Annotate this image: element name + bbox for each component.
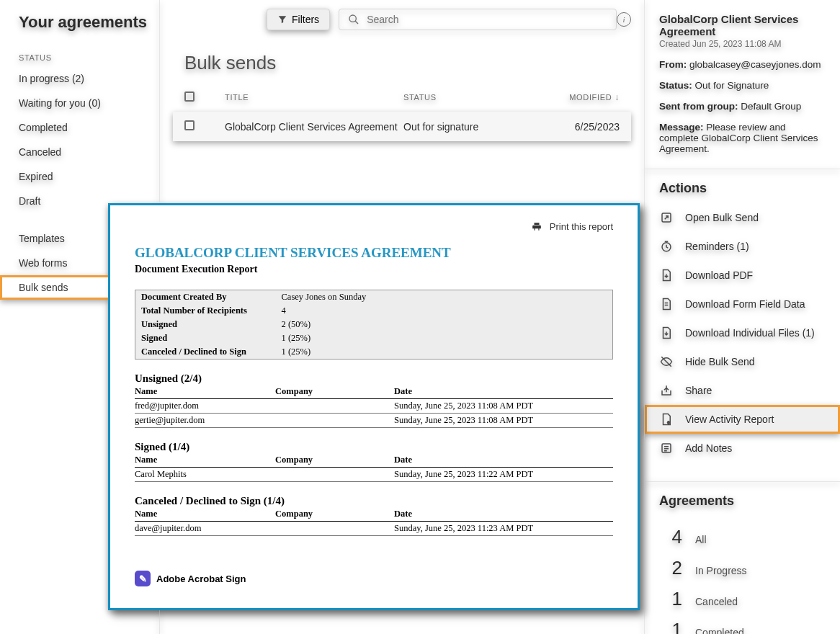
- search-icon: [348, 14, 359, 25]
- canceled-table: NameCompanyDate dave@jupiter.domSunday, …: [135, 507, 613, 536]
- action-reminders[interactable]: Reminders (1): [645, 232, 840, 261]
- open-icon: [659, 210, 674, 225]
- toolbar: Filters i: [173, 9, 631, 30]
- counter-in-progress[interactable]: 2In Progress: [659, 553, 826, 584]
- search-input[interactable]: [367, 14, 607, 25]
- hide-icon: [659, 354, 674, 369]
- clock-icon: [659, 239, 674, 254]
- rail-created: Created Jun 25, 2023 11:08 AM: [659, 39, 826, 49]
- action-add-notes[interactable]: Add Notes: [645, 434, 840, 463]
- filters-button[interactable]: Filters: [267, 9, 330, 30]
- report-meta-table: Document Created ByCasey Jones on Sunday…: [135, 290, 613, 360]
- agreements-heading: Agreements: [659, 494, 826, 509]
- report-title: GLOBALCORP CLIENT SERVICES AGREEMENT: [135, 245, 613, 261]
- bulk-sends-heading: Bulk sends: [184, 52, 631, 74]
- rail-status: Status: Out for Signature: [659, 80, 826, 91]
- rail-message: Message: Please review and complete Glob…: [659, 122, 826, 154]
- print-icon[interactable]: [531, 222, 542, 232]
- action-hide-bulk-send[interactable]: Hide Bulk Send: [645, 347, 840, 376]
- action-share[interactable]: Share: [645, 376, 840, 405]
- unsigned-heading: Unsigned (2/4): [135, 372, 613, 385]
- action-download-pdf[interactable]: Download PDF: [645, 261, 840, 290]
- rail-from: From: globalcasey@caseyjones.dom: [659, 59, 826, 70]
- info-icon[interactable]: i: [617, 12, 631, 27]
- nav-expired[interactable]: Expired: [0, 164, 159, 189]
- details-rail: GlobalCorp Client Services Agreement Cre…: [644, 0, 840, 634]
- action-download-form-data[interactable]: Download Form Field Data: [645, 290, 840, 318]
- nav-completed[interactable]: Completed: [0, 115, 159, 140]
- svg-line-1: [355, 21, 358, 24]
- actions-heading: Actions: [659, 181, 826, 196]
- action-download-individual[interactable]: Download Individual Files (1): [645, 318, 840, 347]
- sort-desc-icon: ↓: [615, 92, 620, 102]
- canceled-heading: Canceled / Declined to Sign (1/4): [135, 495, 613, 507]
- action-view-activity-report[interactable]: i View Activity Report: [645, 405, 840, 434]
- row-modified: 6/25/2023: [540, 121, 620, 133]
- table-row[interactable]: GlobalCorp Client Services Agreement Out…: [173, 112, 631, 141]
- col-modified[interactable]: MODIFIED↓: [540, 92, 620, 102]
- status-label: STATUS: [0, 49, 159, 66]
- download-files-icon: [659, 326, 674, 340]
- select-all-checkbox[interactable]: [184, 91, 195, 102]
- share-icon: [659, 383, 674, 398]
- bulk-sends-table: TITLE STATUS MODIFIED↓ GlobalCorp Client…: [173, 83, 631, 141]
- signed-table: NameCompanyDate Carol MephitsSunday, Jun…: [135, 453, 613, 482]
- download-form-icon: [659, 297, 674, 311]
- row-title: GlobalCorp Client Services Agreement: [225, 121, 403, 133]
- row-checkbox[interactable]: [184, 120, 195, 130]
- rail-title: GlobalCorp Client Services Agreement: [659, 13, 826, 37]
- row-status: Out for signature: [403, 121, 540, 133]
- download-pdf-icon: [659, 268, 674, 282]
- unsigned-table: NameCompanyDate fred@jupiter.domSunday, …: [135, 385, 613, 428]
- col-title[interactable]: TITLE: [225, 93, 403, 102]
- signed-heading: Signed (1/4): [135, 441, 613, 453]
- filters-label: Filters: [292, 14, 319, 25]
- nav-waiting[interactable]: Waiting for you (0): [0, 91, 159, 115]
- svg-point-0: [349, 15, 356, 22]
- counter-canceled[interactable]: 1Canceled: [659, 584, 826, 615]
- rail-group: Sent from group: Default Group: [659, 101, 826, 112]
- notes-icon: [659, 441, 674, 455]
- counter-completed[interactable]: 1Completed: [659, 615, 826, 634]
- activity-report-modal: Print this report GLOBALCORP CLIENT SERV…: [108, 203, 640, 610]
- search-box[interactable]: [339, 9, 617, 30]
- page-title: Your agreements: [0, 13, 159, 49]
- counter-all[interactable]: 4All: [659, 522, 826, 553]
- action-open-bulk-send[interactable]: Open Bulk Send: [645, 203, 840, 232]
- nav-in-progress[interactable]: In progress (2): [0, 66, 159, 91]
- nav-canceled[interactable]: Canceled: [0, 140, 159, 164]
- report-subtitle: Document Execution Report: [135, 264, 613, 275]
- activity-report-icon: i: [659, 412, 674, 427]
- adobe-logo-icon: ✎: [135, 571, 151, 586]
- adobe-brand: ✎ Adobe Acrobat Sign: [135, 571, 613, 586]
- col-status[interactable]: STATUS: [403, 93, 540, 102]
- print-report-link[interactable]: Print this report: [550, 221, 613, 232]
- filter-icon: [277, 14, 287, 24]
